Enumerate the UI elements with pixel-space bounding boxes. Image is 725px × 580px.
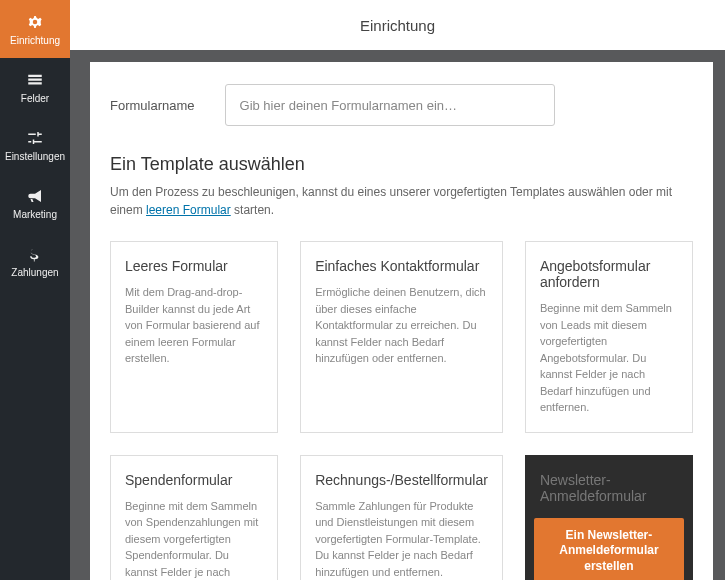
page-title: Einrichtung xyxy=(360,17,435,34)
form-name-input[interactable] xyxy=(225,84,555,126)
card-title: Angebotsformular anfordern xyxy=(540,258,678,290)
sidebar-item-marketing[interactable]: Marketing xyxy=(0,174,70,232)
sidebar-item-einstellungen[interactable]: Einstellungen xyxy=(0,116,70,174)
sidebar-item-label: Einrichtung xyxy=(10,35,60,46)
card-desc: Mit dem Drag-and-drop-Builder kannst du … xyxy=(125,284,263,367)
dollar-icon xyxy=(25,244,45,264)
panel: Formularname Ein Template auswählen Um d… xyxy=(90,62,713,580)
template-card-donation[interactable]: Spendenformular Beginne mit dem Sammeln … xyxy=(110,455,278,581)
sidebar: Einrichtung Felder Einstellungen Marketi… xyxy=(0,0,70,580)
sidebar-item-label: Zahlungen xyxy=(11,267,58,278)
card-title: Spendenformular xyxy=(125,472,263,488)
card-desc: Sammle Zahlungen für Produkte und Dienst… xyxy=(315,498,488,581)
card-title: Leeres Formular xyxy=(125,258,263,274)
list-icon xyxy=(25,70,45,90)
content-wrap: Formularname Ein Template auswählen Um d… xyxy=(70,50,725,580)
template-card-newsletter[interactable]: Newsletter-Anmeldeformular Anmeldeformul… xyxy=(525,455,693,581)
sidebar-item-label: Einstellungen xyxy=(5,151,65,162)
card-title: Rechnungs-/Bestellformular xyxy=(315,472,488,488)
template-card-blank[interactable]: Leeres Formular Mit dem Drag-and-drop-Bu… xyxy=(110,241,278,433)
template-section-title: Ein Template auswählen xyxy=(110,154,693,175)
megaphone-icon xyxy=(25,186,45,206)
sliders-icon xyxy=(25,128,45,148)
main: Einrichtung Formularname Ein Template au… xyxy=(70,0,725,580)
blank-form-link[interactable]: leeren Formular xyxy=(146,203,231,217)
sidebar-item-label: Marketing xyxy=(13,209,57,220)
template-section-desc: Um den Prozess zu beschleunigen, kannst … xyxy=(110,183,693,219)
card-title: Newsletter-Anmeldeformular xyxy=(540,472,678,504)
card-title: Einfaches Kontaktformular xyxy=(315,258,488,274)
template-card-billing[interactable]: Rechnungs-/Bestellformular Sammle Zahlun… xyxy=(300,455,503,581)
topbar: Einrichtung xyxy=(70,0,725,50)
form-name-label: Formularname xyxy=(110,98,195,113)
card-desc: Beginne mit dem Sammeln von Leads mit di… xyxy=(540,300,678,416)
sidebar-item-label: Felder xyxy=(21,93,49,104)
card-desc: Beginne mit dem Sammeln von Spendenzahlu… xyxy=(125,498,263,581)
template-grid: Leeres Formular Mit dem Drag-and-drop-Bu… xyxy=(110,241,693,580)
sidebar-item-zahlungen[interactable]: Zahlungen xyxy=(0,232,70,290)
sidebar-item-felder[interactable]: Felder xyxy=(0,58,70,116)
template-card-quote[interactable]: Angebotsformular anfordern Beginne mit d… xyxy=(525,241,693,433)
card-desc: Ermögliche deinen Benutzern, dich über d… xyxy=(315,284,488,367)
create-newsletter-button[interactable]: Ein Newsletter-Anmeldeformular erstellen xyxy=(534,518,684,581)
form-name-row: Formularname xyxy=(110,84,693,126)
template-card-contact[interactable]: Einfaches Kontaktformular Ermögliche dei… xyxy=(300,241,503,433)
gear-icon xyxy=(25,12,45,32)
sidebar-item-einrichtung[interactable]: Einrichtung xyxy=(0,0,70,58)
